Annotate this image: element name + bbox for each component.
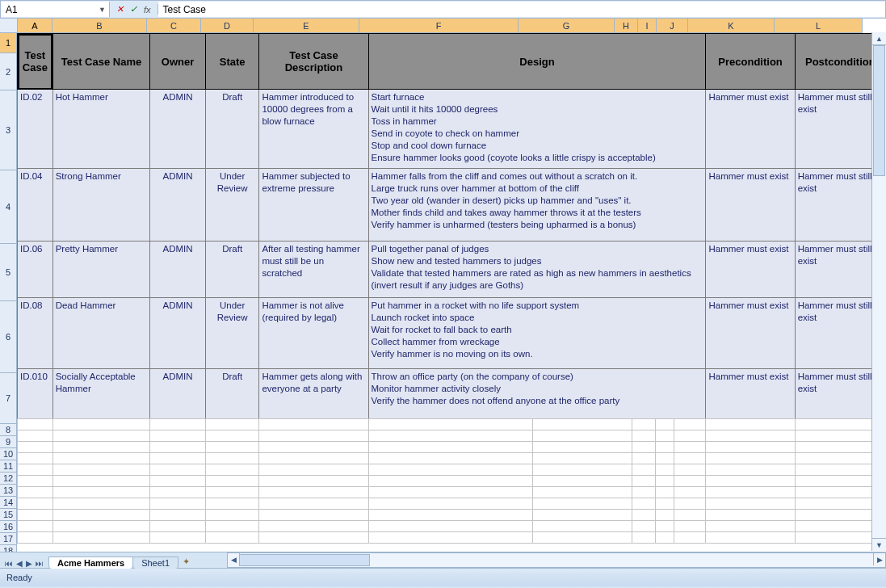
- empty-cell[interactable]: [52, 453, 150, 464]
- empty-cell[interactable]: [18, 532, 53, 544]
- empty-cell[interactable]: [674, 442, 706, 453]
- tab-prev-icon[interactable]: ◀: [16, 559, 23, 568]
- sheet-tab-sheet1[interactable]: Sheet1: [132, 556, 178, 569]
- empty-cell[interactable]: [205, 510, 259, 521]
- empty-cell[interactable]: [674, 532, 706, 544]
- empty-cell[interactable]: [205, 464, 259, 476]
- empty-cell[interactable]: [632, 464, 655, 476]
- col-header-H[interactable]: H: [615, 19, 638, 33]
- empty-cell[interactable]: [674, 498, 706, 510]
- row-header-17[interactable]: 17: [0, 533, 17, 545]
- cell-design[interactable]: Pull together panal of judges Show new a…: [368, 242, 706, 298]
- cell-state[interactable]: Under Review: [205, 298, 259, 369]
- empty-cell[interactable]: [656, 464, 674, 476]
- col-header-F[interactable]: F: [359, 19, 519, 33]
- empty-cell[interactable]: [368, 430, 533, 442]
- empty-cell[interactable]: [632, 430, 655, 442]
- empty-cell[interactable]: [150, 476, 206, 487]
- empty-cell[interactable]: [52, 487, 150, 498]
- empty-cell[interactable]: [656, 430, 674, 442]
- row-header-15[interactable]: 15: [0, 509, 17, 521]
- empty-cell[interactable]: [706, 419, 795, 430]
- empty-cell[interactable]: [706, 453, 795, 464]
- cell-id[interactable]: ID.08: [18, 298, 53, 369]
- cancel-icon[interactable]: ✕: [115, 4, 125, 15]
- empty-cell[interactable]: [18, 464, 53, 476]
- col-header-D[interactable]: D: [201, 19, 254, 33]
- empty-cell[interactable]: [259, 498, 368, 510]
- empty-cell[interactable]: [656, 498, 674, 510]
- col-header-J[interactable]: J: [657, 19, 688, 33]
- empty-cell[interactable]: [706, 464, 795, 476]
- insert-sheet-icon[interactable]: ✦: [178, 556, 195, 568]
- cell-owner[interactable]: ADMIN: [150, 242, 206, 298]
- name-box-dropdown-icon[interactable]: ▼: [95, 6, 106, 14]
- cell-state[interactable]: Draft: [205, 369, 259, 419]
- empty-cell[interactable]: [368, 419, 533, 430]
- empty-cell[interactable]: [706, 521, 795, 532]
- empty-cell[interactable]: [674, 453, 706, 464]
- cell-precondition[interactable]: Hammer must exist: [706, 242, 795, 298]
- col-header-B[interactable]: B: [52, 19, 147, 33]
- cell-owner[interactable]: ADMIN: [150, 298, 206, 369]
- row-header-8[interactable]: 8: [0, 424, 17, 436]
- row-header-13[interactable]: 13: [0, 485, 17, 497]
- empty-cell[interactable]: [368, 510, 533, 521]
- empty-cell[interactable]: [259, 419, 368, 430]
- cell-precondition[interactable]: Hammer must exist: [706, 90, 795, 169]
- tab-next-icon[interactable]: ▶: [26, 559, 32, 568]
- cell-design[interactable]: Start furnace Wait until it hits 10000 d…: [368, 90, 706, 169]
- empty-cell[interactable]: [368, 487, 533, 498]
- cell-owner[interactable]: ADMIN: [150, 369, 206, 419]
- empty-cell[interactable]: [18, 442, 53, 453]
- empty-cell[interactable]: [533, 521, 632, 532]
- empty-cell[interactable]: [674, 487, 706, 498]
- cell-precondition[interactable]: Hammer must exist: [706, 298, 795, 369]
- row-header-5[interactable]: 5: [0, 244, 17, 301]
- empty-cell[interactable]: [205, 476, 259, 487]
- empty-cell[interactable]: [18, 476, 53, 487]
- row-header-6[interactable]: 6: [0, 301, 17, 373]
- row-header-14[interactable]: 14: [0, 497, 17, 509]
- empty-cell[interactable]: [533, 532, 632, 544]
- empty-cell[interactable]: [656, 510, 674, 521]
- col-header-L[interactable]: L: [775, 19, 863, 33]
- empty-cell[interactable]: [368, 498, 533, 510]
- empty-cell[interactable]: [259, 487, 368, 498]
- tab-first-icon[interactable]: ⏮: [5, 559, 13, 568]
- cell-description[interactable]: Hammer subjected to extreme pressure: [259, 169, 368, 242]
- empty-cell[interactable]: [632, 442, 655, 453]
- empty-cell[interactable]: [259, 476, 368, 487]
- cell-name[interactable]: Hot Hammer: [52, 90, 150, 169]
- header-test-case[interactable]: Test Case: [18, 34, 53, 90]
- empty-cell[interactable]: [706, 498, 795, 510]
- header-test-case-name[interactable]: Test Case Name: [52, 34, 150, 90]
- sheet-tab-active[interactable]: Acme Hammers: [48, 556, 133, 569]
- col-header-I[interactable]: I: [638, 19, 657, 33]
- empty-cell[interactable]: [674, 521, 706, 532]
- empty-cell[interactable]: [205, 430, 259, 442]
- cell-id[interactable]: ID.02: [18, 90, 53, 169]
- vscroll-up-icon[interactable]: ▲: [872, 32, 886, 45]
- row-header-9[interactable]: 9: [0, 436, 17, 448]
- cell-name[interactable]: Socially Acceptable Hammer: [52, 369, 150, 419]
- cell-id[interactable]: ID.04: [18, 169, 53, 242]
- cell-name[interactable]: Pretty Hammer: [52, 242, 150, 298]
- cell-id[interactable]: ID.06: [18, 242, 53, 298]
- empty-cell[interactable]: [205, 442, 259, 453]
- empty-cell[interactable]: [205, 487, 259, 498]
- empty-cell[interactable]: [632, 476, 655, 487]
- row-header-2[interactable]: 2: [0, 53, 17, 90]
- cell-state[interactable]: Draft: [205, 242, 259, 298]
- empty-cell[interactable]: [706, 430, 795, 442]
- row-header-10[interactable]: 10: [0, 448, 17, 460]
- empty-cell[interactable]: [205, 498, 259, 510]
- empty-cell[interactable]: [706, 476, 795, 487]
- empty-cell[interactable]: [706, 510, 795, 521]
- empty-cell[interactable]: [259, 521, 368, 532]
- formula-bar[interactable]: Test Case: [158, 2, 885, 17]
- empty-cell[interactable]: [52, 430, 150, 442]
- cell-design[interactable]: Throw an office party (on the company of…: [368, 369, 706, 419]
- empty-cell[interactable]: [52, 419, 150, 430]
- empty-cell[interactable]: [674, 419, 706, 430]
